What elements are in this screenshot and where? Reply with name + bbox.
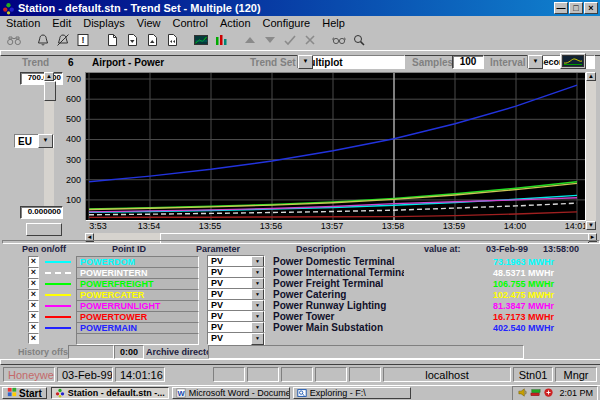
y-axis-max-input[interactable]: 700.0000 bbox=[20, 72, 63, 85]
menu-displays[interactable]: Displays bbox=[77, 17, 131, 29]
menu-station[interactable]: Station bbox=[0, 17, 46, 29]
parameter-dropdown[interactable]: PV▼ bbox=[207, 332, 265, 345]
start-button[interactable]: Start bbox=[2, 387, 47, 399]
point-value: 16.7173 MWHr bbox=[404, 312, 600, 322]
lower-icon[interactable] bbox=[260, 32, 280, 49]
y-axis-min-input[interactable]: 0.000000 bbox=[20, 206, 63, 219]
menu-bar: StationEditDisplaysViewControlActionConf… bbox=[0, 16, 600, 30]
scroll-down-icon[interactable]: ▼ bbox=[586, 221, 596, 230]
minimize-button[interactable]: — bbox=[554, 2, 568, 14]
chevron-down-icon[interactable]: ▼ bbox=[298, 55, 313, 69]
pen-checkbox[interactable]: × bbox=[28, 311, 39, 322]
pen-color-swatch bbox=[45, 272, 71, 274]
trend-header-row: Trend 6 Airport - Power Trend Set Multip… bbox=[0, 55, 600, 71]
history-offset-row: History offset 0:00 Archive directory bbox=[0, 345, 600, 359]
raise-icon[interactable] bbox=[240, 32, 260, 49]
restore-button[interactable]: □ bbox=[569, 2, 583, 14]
trend-set-dropdown[interactable]: Multiplot ▼ bbox=[297, 55, 405, 69]
point-description: Power Runway Lighting bbox=[265, 300, 404, 311]
pen-checkbox[interactable]: × bbox=[28, 256, 39, 267]
menu-edit[interactable]: Edit bbox=[46, 17, 77, 29]
books-icon[interactable] bbox=[530, 387, 543, 400]
point-description: Power Domestic Terminal bbox=[265, 256, 404, 267]
chevron-down-icon[interactable]: ▼ bbox=[528, 55, 543, 69]
col-pointid-header: Point ID bbox=[112, 244, 146, 254]
point-value: 106.755 MWHr bbox=[404, 279, 600, 289]
page-down-icon[interactable] bbox=[122, 32, 142, 49]
trend-plot[interactable] bbox=[85, 72, 586, 221]
chevron-down-icon[interactable]: ▼ bbox=[251, 333, 264, 345]
speaker-icon[interactable] bbox=[517, 387, 530, 400]
y-axis-labels: 100200300400500600700 bbox=[58, 72, 83, 219]
menu-action[interactable]: Action bbox=[214, 17, 257, 29]
status-empty-cell bbox=[349, 367, 381, 382]
axis-config-button[interactable] bbox=[26, 223, 62, 236]
menu-view[interactable]: View bbox=[131, 17, 167, 29]
point-id-field[interactable] bbox=[76, 333, 199, 345]
x-tick-label: 13:54 bbox=[132, 221, 166, 231]
word-icon: W bbox=[176, 388, 186, 398]
point-value: 48.5371 MWHr bbox=[404, 268, 600, 278]
pen-checkbox[interactable]: × bbox=[28, 322, 39, 333]
page-up-icon[interactable] bbox=[142, 32, 162, 49]
cancel-icon[interactable] bbox=[300, 32, 320, 49]
alarm-message-icon[interactable]: ! bbox=[73, 32, 93, 49]
interval-label: Interval bbox=[490, 57, 526, 68]
scrollbar-thumb[interactable] bbox=[44, 81, 56, 101]
menu-configure[interactable]: Configure bbox=[257, 17, 317, 29]
taskbar-task[interactable]: Exploring - F:\ bbox=[293, 387, 411, 399]
taskbar-clock[interactable]: 2:01 PM bbox=[559, 388, 593, 398]
y-tick-label: 100 bbox=[66, 195, 81, 205]
history-offset-value[interactable]: 0:00 bbox=[114, 345, 144, 359]
pen-checkbox[interactable]: × bbox=[28, 289, 39, 300]
accept-icon[interactable] bbox=[280, 32, 300, 49]
menu-help[interactable]: Help bbox=[316, 17, 351, 29]
trend-shortcut-button[interactable] bbox=[560, 53, 586, 69]
page-back-icon[interactable] bbox=[162, 32, 182, 49]
status-station: Stn01 bbox=[513, 367, 553, 382]
plot-right-scrollbar[interactable]: ▲ ▼ bbox=[586, 72, 596, 230]
y-tick-label: 200 bbox=[66, 175, 81, 185]
scroll-up-icon[interactable]: ▲ bbox=[44, 72, 54, 81]
eu-dropdown[interactable]: EU ▼ bbox=[14, 134, 54, 148]
svg-text:W: W bbox=[177, 389, 185, 398]
trend-display-icon[interactable] bbox=[191, 32, 211, 49]
task-label: Station - default.stn -... bbox=[68, 388, 165, 398]
task-label: Microsoft Word - Document1 bbox=[189, 388, 290, 398]
zoom-icon[interactable] bbox=[349, 32, 369, 49]
x-tick-label: 13:56 bbox=[254, 221, 288, 231]
taskbar-task[interactable]: WMicrosoft Word - Document1 bbox=[172, 387, 290, 399]
legend-row: ×PV▼ bbox=[0, 333, 600, 344]
pen-checkbox[interactable]: × bbox=[28, 278, 39, 289]
scroll-up-icon[interactable]: ▲ bbox=[586, 72, 596, 81]
bar-display-icon[interactable] bbox=[211, 32, 231, 49]
chevron-down-icon[interactable]: ▼ bbox=[38, 134, 53, 148]
tray-alarm-icon[interactable] bbox=[543, 387, 556, 400]
history-offset-input[interactable] bbox=[68, 345, 114, 359]
page-blank-icon[interactable] bbox=[102, 32, 122, 49]
find-icon[interactable] bbox=[4, 32, 24, 49]
pen-checkbox[interactable]: × bbox=[28, 300, 39, 311]
alarm-ack-icon[interactable] bbox=[53, 32, 73, 49]
alarm-bell-icon[interactable] bbox=[33, 32, 53, 49]
legend-table: Pen on/off Point ID Parameter Descriptio… bbox=[0, 240, 600, 344]
menu-control[interactable]: Control bbox=[166, 17, 213, 29]
start-label: Start bbox=[19, 388, 42, 399]
x-tick-label: 14:00 bbox=[498, 221, 532, 231]
x-tick-label: 13:57 bbox=[315, 221, 349, 231]
taskbar-task[interactable]: Station - default.stn -... bbox=[51, 387, 169, 399]
point-value: 102.475 MWHr bbox=[404, 290, 600, 300]
samples-input[interactable]: 100 bbox=[452, 55, 484, 69]
legend-row: ×POWERCATERPV▼Power Catering102.475 MWHr bbox=[0, 289, 600, 300]
y-tick-label: 700 bbox=[66, 74, 81, 84]
pen-checkbox[interactable]: × bbox=[28, 267, 39, 278]
y-tick-label: 600 bbox=[66, 94, 81, 104]
browse-icon[interactable] bbox=[329, 32, 349, 49]
legend-time: 13:58:00 bbox=[543, 244, 579, 254]
col-pen-header: Pen on/off bbox=[22, 244, 66, 254]
archive-directory-input[interactable] bbox=[208, 345, 524, 359]
pen-checkbox[interactable]: × bbox=[28, 333, 39, 344]
status-empty-cell bbox=[315, 367, 347, 382]
close-button[interactable]: × bbox=[584, 2, 598, 14]
x-tick-label: 13:55 bbox=[193, 221, 227, 231]
